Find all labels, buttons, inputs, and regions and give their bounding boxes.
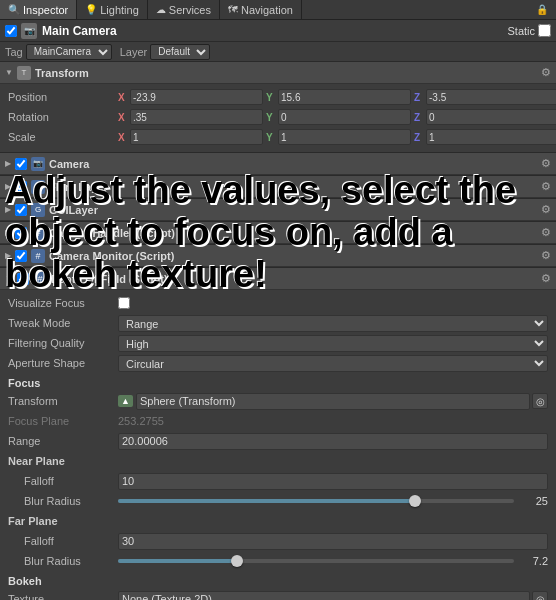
position-row: Position X Y Z <box>8 88 548 106</box>
static-checkbox[interactable] <box>538 24 551 37</box>
scale-row: Scale X Y Z <box>8 128 548 146</box>
transform-section: ▼ T Transform ⚙ Position X Y <box>0 62 556 153</box>
far-blur-row: Blur Radius 7.2 <box>8 552 548 570</box>
tab-bar: 🔍 Inspector 💡 Lighting ☁ Services 🗺 Navi… <box>0 0 556 20</box>
tab-inspector[interactable]: 🔍 Inspector <box>0 0 77 19</box>
focus-transform-label: Transform <box>8 395 118 407</box>
camera-checkbox[interactable] <box>15 158 27 170</box>
camera-header[interactable]: ▶ 📷 Camera ⚙ <box>0 153 556 175</box>
focus-section-header: Focus <box>8 377 548 389</box>
lock-icon: 🔒 <box>528 4 556 15</box>
camera-monitor-header[interactable]: ▶ # Camera Monitor (Script) ⚙ <box>0 245 556 267</box>
camera-handler-settings-icon[interactable]: ⚙ <box>541 226 551 239</box>
tab-services[interactable]: ☁ Services <box>148 0 220 19</box>
transform-settings-icon[interactable]: ⚙ <box>541 66 551 79</box>
dof-content: Visualize Focus Tweak Mode Range Filteri… <box>0 290 556 600</box>
guilayer-settings-icon[interactable]: ⚙ <box>541 203 551 216</box>
range-label: Range <box>8 435 118 447</box>
far-blur-fill <box>118 559 237 563</box>
camera-monitor-icon: # <box>31 249 45 263</box>
focus-transform-input[interactable] <box>136 393 530 410</box>
flare-arrow: ▶ <box>5 182 11 191</box>
camera-section: ▶ 📷 Camera ⚙ <box>0 153 556 176</box>
transform-icon: T <box>17 66 31 80</box>
rotation-y[interactable] <box>278 109 411 125</box>
scale-z[interactable] <box>426 129 556 145</box>
camera-monitor-checkbox[interactable] <box>15 250 27 262</box>
camera-settings-icon[interactable]: ⚙ <box>541 157 551 170</box>
main-content: ▼ T Transform ⚙ Position X Y <box>0 62 556 600</box>
dof-checkbox[interactable] <box>17 273 29 285</box>
flare-header[interactable]: ▶ ✦ Flare Layer ⚙ <box>0 176 556 198</box>
tag-select[interactable]: MainCamera <box>26 44 112 60</box>
texture-picker[interactable]: ◎ <box>532 591 548 600</box>
tag-layer-row: Tag MainCamera Layer Default <box>0 42 556 62</box>
tab-lighting[interactable]: 💡 Lighting <box>77 0 148 19</box>
far-falloff-input[interactable] <box>118 533 548 550</box>
dof-icon: # <box>33 272 47 286</box>
near-plane-row: Near Plane <box>8 452 548 470</box>
dof-arrow: ▼ <box>5 274 13 283</box>
rotation-row: Rotation X Y Z <box>8 108 548 126</box>
dof-header[interactable]: ▼ # Depth Of Field (Script) ⚙ <box>0 268 556 290</box>
aperture-shape-select[interactable]: Circular <box>118 355 548 372</box>
services-icon: ☁ <box>156 4 166 15</box>
flare-settings-icon[interactable]: ⚙ <box>541 180 551 193</box>
inspector-icon: 🔍 <box>8 4 20 15</box>
tweak-mode-select[interactable]: Range <box>118 315 548 332</box>
flare-checkbox[interactable] <box>15 181 27 193</box>
range-input[interactable] <box>118 433 548 450</box>
visualize-focus-checkbox[interactable] <box>118 297 130 309</box>
layer-select[interactable]: Default <box>150 44 210 60</box>
near-falloff-input[interactable] <box>118 473 548 490</box>
scale-x[interactable] <box>130 129 263 145</box>
dof-section: ▼ # Depth Of Field (Script) ⚙ Visualize … <box>0 268 556 600</box>
camera-handler-header[interactable]: ▶ # Camera Handler (Script) ⚙ <box>0 222 556 244</box>
visualize-focus-row: Visualize Focus <box>8 294 548 312</box>
far-falloff-label: Falloff <box>8 535 118 547</box>
position-x[interactable] <box>130 89 263 105</box>
static-area: Static <box>507 24 551 37</box>
camera-monitor-arrow: ▶ <box>5 251 11 260</box>
camera-handler-icon: # <box>31 226 45 240</box>
guilayer-checkbox[interactable] <box>15 204 27 216</box>
filtering-quality-select[interactable]: High <box>118 335 548 352</box>
far-plane-label: Far Plane <box>8 515 118 527</box>
flare-title: Flare Layer <box>49 181 108 193</box>
near-blur-thumb[interactable] <box>409 495 421 507</box>
camera-monitor-settings-icon[interactable]: ⚙ <box>541 249 551 262</box>
camera-monitor-section: ▶ # Camera Monitor (Script) ⚙ Adjust the… <box>0 245 556 268</box>
focus-transform-picker[interactable]: ◎ <box>532 393 548 409</box>
dof-title: Depth Of Field (Script) <box>51 273 168 285</box>
transform-type-icon: ▲ <box>118 395 133 407</box>
transform-title: Transform <box>35 67 89 79</box>
rotation-z[interactable] <box>426 109 556 125</box>
dof-settings-icon[interactable]: ⚙ <box>541 272 551 285</box>
far-blur-thumb[interactable] <box>231 555 243 567</box>
position-y[interactable] <box>278 89 411 105</box>
near-blur-row: Blur Radius 25 <box>8 492 548 510</box>
camera-monitor-title: Camera Monitor (Script) <box>49 250 174 262</box>
texture-input[interactable] <box>118 591 530 601</box>
far-blur-label: Blur Radius <box>8 555 118 567</box>
object-icon: 📷 <box>21 23 37 39</box>
flare-icon: ✦ <box>31 180 45 194</box>
position-z[interactable] <box>426 89 556 105</box>
scale-y[interactable] <box>278 129 411 145</box>
focus-plane-row: Focus Plane 253.2755 <box>8 412 548 430</box>
near-blur-track <box>118 499 514 503</box>
transform-header[interactable]: ▼ T Transform ⚙ <box>0 62 556 84</box>
tweak-mode-label: Tweak Mode <box>8 317 118 329</box>
aperture-shape-label: Aperture Shape <box>8 357 118 369</box>
focus-transform-row: Transform ▲ ◎ <box>8 392 548 410</box>
rotation-x[interactable] <box>130 109 263 125</box>
guilayer-header[interactable]: ▶ G GUILayer ⚙ <box>0 199 556 221</box>
object-active-checkbox[interactable] <box>5 25 17 37</box>
camera-handler-checkbox[interactable] <box>15 227 27 239</box>
near-falloff-label: Falloff <box>8 475 118 487</box>
camera-handler-arrow: ▶ <box>5 228 11 237</box>
tab-navigation[interactable]: 🗺 Navigation <box>220 0 302 19</box>
static-label: Static <box>507 25 535 37</box>
guilayer-title: GUILayer <box>49 204 98 216</box>
filtering-quality-label: Filtering Quality <box>8 337 118 349</box>
